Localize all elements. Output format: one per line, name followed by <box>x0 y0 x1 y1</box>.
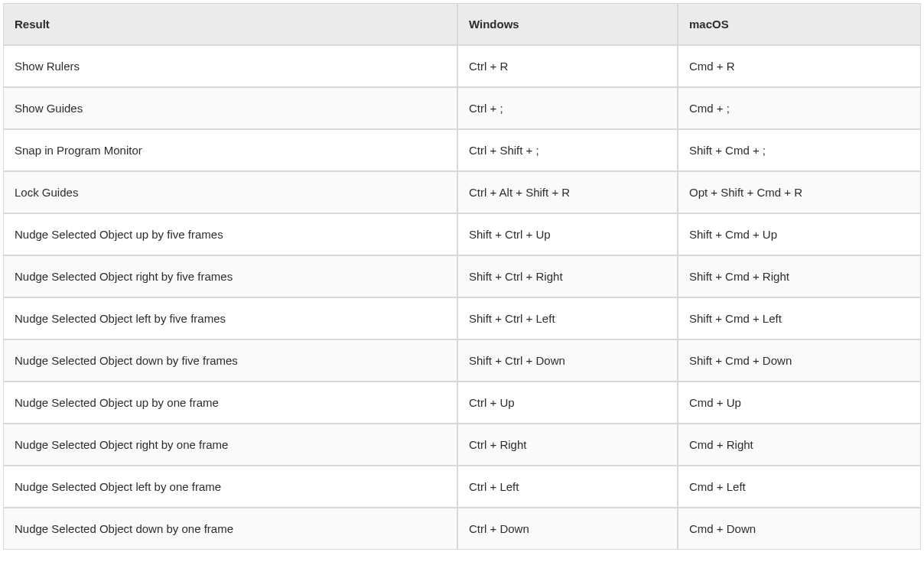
cell-result: Nudge Selected Object up by one frame <box>3 382 457 424</box>
cell-result: Show Guides <box>3 87 457 129</box>
cell-windows: Ctrl + Shift + ; <box>457 129 678 171</box>
cell-windows: Shift + Ctrl + Up <box>457 213 678 255</box>
table-row: Nudge Selected Object right by five fram… <box>3 255 921 297</box>
cell-windows: Shift + Ctrl + Down <box>457 339 678 382</box>
cell-macos: Shift + Cmd + Left <box>678 297 921 339</box>
cell-windows: Shift + Ctrl + Left <box>457 297 678 339</box>
cell-macos: Cmd + Left <box>678 466 921 508</box>
table-row: Show Guides Ctrl + ; Cmd + ; <box>3 87 921 129</box>
cell-macos: Cmd + Up <box>678 382 921 424</box>
cell-windows: Ctrl + Left <box>457 466 678 508</box>
cell-result: Nudge Selected Object down by one frame <box>3 508 457 550</box>
table-row: Nudge Selected Object up by five frames … <box>3 213 921 255</box>
cell-result: Nudge Selected Object left by five frame… <box>3 297 457 339</box>
cell-macos: Shift + Cmd + Down <box>678 339 921 382</box>
cell-windows: Ctrl + Up <box>457 382 678 424</box>
table-row: Snap in Program Monitor Ctrl + Shift + ;… <box>3 129 921 171</box>
cell-result: Nudge Selected Object down by five frame… <box>3 339 457 382</box>
cell-result: Snap in Program Monitor <box>3 129 457 171</box>
cell-macos: Cmd + ; <box>678 87 921 129</box>
table-row: Lock Guides Ctrl + Alt + Shift + R Opt +… <box>3 171 921 213</box>
table-body: Show Rulers Ctrl + R Cmd + R Show Guides… <box>3 45 921 550</box>
cell-result: Nudge Selected Object right by one frame <box>3 424 457 466</box>
header-windows: Windows <box>457 3 678 45</box>
table-row: Nudge Selected Object down by one frame … <box>3 508 921 550</box>
table-row: Nudge Selected Object up by one frame Ct… <box>3 382 921 424</box>
cell-macos: Cmd + R <box>678 45 921 87</box>
cell-result: Lock Guides <box>3 171 457 213</box>
table-row: Nudge Selected Object down by five frame… <box>3 339 921 382</box>
cell-windows: Shift + Ctrl + Right <box>457 255 678 297</box>
cell-windows: Ctrl + Alt + Shift + R <box>457 171 678 213</box>
table-header-row: Result Windows macOS <box>3 3 921 45</box>
header-macos: macOS <box>678 3 921 45</box>
cell-macos: Shift + Cmd + ; <box>678 129 921 171</box>
cell-result: Nudge Selected Object left by one frame <box>3 466 457 508</box>
cell-macos: Cmd + Down <box>678 508 921 550</box>
table-row: Show Rulers Ctrl + R Cmd + R <box>3 45 921 87</box>
cell-windows: Ctrl + Down <box>457 508 678 550</box>
cell-result: Nudge Selected Object right by five fram… <box>3 255 457 297</box>
cell-macos: Shift + Cmd + Right <box>678 255 921 297</box>
table-row: Nudge Selected Object right by one frame… <box>3 424 921 466</box>
cell-macos: Shift + Cmd + Up <box>678 213 921 255</box>
cell-macos: Cmd + Right <box>678 424 921 466</box>
cell-macos: Opt + Shift + Cmd + R <box>678 171 921 213</box>
cell-result: Nudge Selected Object up by five frames <box>3 213 457 255</box>
header-result: Result <box>3 3 457 45</box>
cell-windows: Ctrl + R <box>457 45 678 87</box>
cell-windows: Ctrl + ; <box>457 87 678 129</box>
table-row: Nudge Selected Object left by five frame… <box>3 297 921 339</box>
cell-result: Show Rulers <box>3 45 457 87</box>
shortcuts-table: Result Windows macOS Show Rulers Ctrl + … <box>3 3 921 550</box>
table-row: Nudge Selected Object left by one frame … <box>3 466 921 508</box>
cell-windows: Ctrl + Right <box>457 424 678 466</box>
